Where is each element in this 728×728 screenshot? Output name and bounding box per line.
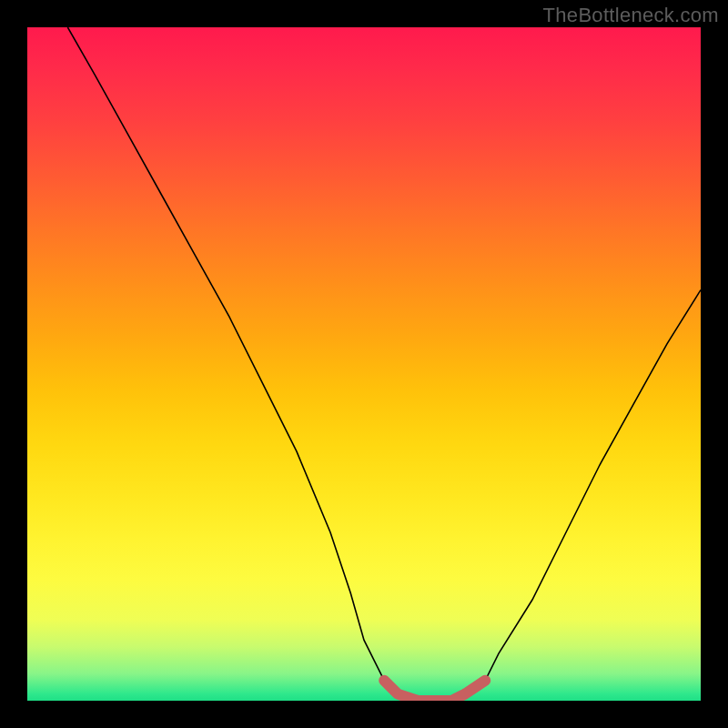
- bottleneck-curve: [67, 27, 701, 701]
- chart-frame: TheBottleneck.com: [0, 0, 728, 728]
- chart-svg: [27, 27, 701, 701]
- watermark-text: TheBottleneck.com: [543, 4, 719, 27]
- plot-area: [27, 27, 701, 701]
- no-bottleneck-highlight: [384, 681, 485, 701]
